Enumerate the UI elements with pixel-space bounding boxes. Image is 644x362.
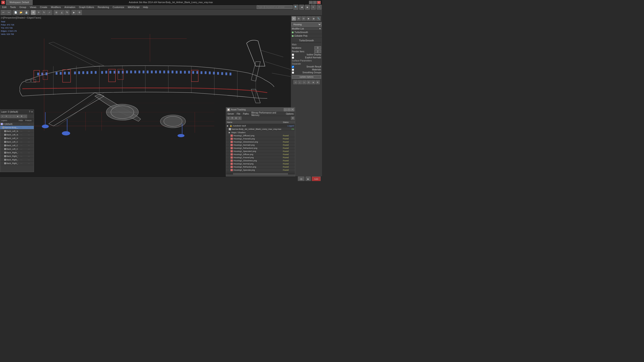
menu-create[interactable]: Create (38, 5, 49, 9)
undo-button[interactable]: ↩ (1, 10, 6, 15)
asset-file-1[interactable]: Housing1_Diffuse2.png Found (226, 134, 295, 137)
ts-update-options-btn[interactable]: Update Options (292, 75, 321, 79)
layer-item-9[interactable]: Back_Right_Wheels2—— (0, 154, 34, 158)
asset-tb-list[interactable]: ☰ (230, 116, 234, 120)
layer-item-8[interactable]: Back_Right_Wheels—— (0, 151, 34, 154)
menu-graph-editors[interactable]: Graph Editors (77, 5, 96, 9)
asset-file-10[interactable]: Housing2_Normal.png Found (226, 162, 295, 165)
minimize-button[interactable]: — (309, 1, 312, 4)
modifier-turbosmooth[interactable]: TurboSmooth (291, 31, 322, 34)
asset-tb-detail[interactable]: ≡ (238, 116, 242, 120)
ts-explicit-checkbox[interactable] (292, 56, 294, 59)
search-opt2[interactable]: ▶ (305, 5, 310, 9)
layers-sel-obj-btn[interactable]: ↑ (12, 115, 16, 118)
layers-settings-btn[interactable]: ⚙ (20, 115, 23, 118)
asset-menu-paths[interactable]: Paths (242, 112, 250, 116)
search-opt3[interactable]: ✕ (311, 5, 316, 9)
layer-item-0[interactable]: 0 (default)—— (0, 122, 34, 126)
panel-hierarchy-icon[interactable]: ⊟ (302, 16, 306, 21)
search-button[interactable]: 🔍 (294, 5, 298, 9)
asset-close-btn[interactable]: ✕ (291, 108, 294, 111)
scale-button[interactable]: ⤢ (47, 10, 52, 15)
modifier-editable-poly[interactable]: Editable Poly (291, 34, 322, 38)
panel-btn-3[interactable]: ▷ (302, 80, 306, 84)
render-setup-button[interactable]: ⚙ (77, 10, 82, 15)
menu-help[interactable]: Help (141, 5, 150, 9)
asset-menu-bitmap[interactable]: Bitmap Performance and Memory (250, 112, 284, 116)
asset-file-7[interactable]: Housing2_Diffuse.png Found (226, 153, 295, 156)
maximize-button[interactable]: □ (313, 1, 317, 4)
layer-item-7[interactable]: Back_Left_Chassis3—— (0, 147, 34, 151)
panel-btn-6[interactable]: ⊞ (316, 80, 320, 84)
panel-btn-1[interactable]: ◁ (294, 80, 298, 84)
render-button[interactable]: ▶ (72, 10, 76, 15)
menu-customize[interactable]: Customize (111, 5, 126, 9)
open-button[interactable]: 📂 (18, 10, 24, 15)
menu-maxscript[interactable]: MAXScript (126, 5, 141, 9)
rotate-button[interactable]: ↻ (42, 10, 46, 15)
layer-item-4[interactable]: Back_Left_Hatch2—— (0, 137, 34, 140)
layers-delete-btn[interactable]: ✕ (4, 115, 8, 118)
percent-snap-button[interactable]: % (64, 10, 70, 15)
asset-hscroll-thumb[interactable] (233, 173, 288, 175)
panel-modify-icon[interactable]: ⊞ (296, 16, 301, 21)
layer-item-5[interactable]: Back_Left_Chassis—— (0, 140, 34, 144)
status-render-btn[interactable]: ▶ (306, 177, 311, 181)
layers-question-btn[interactable]: ? (29, 111, 30, 113)
asset-file-4[interactable]: Housing1_Normal2.png Found (226, 143, 295, 147)
search-help[interactable]: ? (317, 5, 322, 9)
ts-smooth-result-checkbox[interactable] (292, 66, 294, 68)
menu-animation[interactable]: Animation (62, 5, 77, 9)
asset-tb-settings[interactable]: ⚙ (291, 116, 294, 120)
close-button[interactable]: ✕ (317, 1, 321, 4)
asset-minimize-btn[interactable]: — (284, 108, 287, 111)
panel-btn-5[interactable]: ◈ (311, 80, 315, 84)
layers-merge-btn[interactable]: ⋯ (24, 115, 27, 118)
layer-item-10[interactable]: Back_Right_Hatch2—— (0, 158, 34, 162)
asset-hscrollbar[interactable] (226, 173, 295, 175)
panel-btn-4[interactable]: ⊡ (307, 80, 311, 84)
workspace-selector[interactable]: Workspace: Default (6, 0, 33, 5)
ts-render-iters-input[interactable] (314, 50, 321, 53)
asset-maps-group[interactable]: ▶ Maps / Shaders (226, 131, 295, 134)
asset-file-6[interactable]: Housing1_Specular2.png Found (226, 150, 295, 153)
asset-menu-server[interactable]: Server (226, 112, 235, 116)
asset-group-vault[interactable]: ▶ 🔒 Autodesk Vault Logged (226, 124, 295, 128)
asset-menu-file[interactable]: File (235, 112, 242, 116)
ts-materials-checkbox[interactable] (292, 69, 294, 71)
asset-tb-refresh[interactable]: ↻ (226, 116, 230, 120)
redo-button[interactable]: ↪ (6, 10, 11, 15)
layer-item-2[interactable]: Back_Left_Wheels—— (0, 129, 34, 133)
layer-item-6[interactable]: Back_Left_Chassis2—— (0, 144, 34, 147)
layers-add-sel-btn[interactable]: ↓ (8, 115, 12, 118)
save-button[interactable]: 💾 (24, 10, 29, 15)
asset-max-file[interactable]: Narrow-Body_Jet_Airliner_Blank_Livery_ma… (226, 128, 295, 131)
angle-snap-button[interactable]: ∡ (59, 10, 64, 15)
layers-close-btn[interactable]: ✕ (31, 111, 33, 113)
ts-iterations-input[interactable] (314, 46, 321, 49)
panel-btn-2[interactable]: | (298, 80, 302, 84)
menu-views[interactable]: Views (28, 5, 38, 9)
asset-file-3[interactable]: Housing1_Glossiness2.png Found (226, 140, 295, 143)
panel-utilities-icon[interactable]: 🔧 (316, 16, 321, 21)
panel-display-icon[interactable]: ◑ (311, 16, 316, 21)
status-time-btn[interactable]: ◁|▷ (298, 177, 304, 181)
asset-maximize-btn[interactable]: □ (287, 108, 290, 111)
asset-tb-icon[interactable]: ⊞ (234, 116, 238, 120)
layers-new-btn[interactable]: + (1, 115, 4, 118)
panel-create-icon[interactable]: ✦ (292, 16, 296, 21)
asset-file-8[interactable]: Housing2_Fresnel.png Found (226, 156, 295, 159)
ts-smoothing-groups-checkbox[interactable] (292, 71, 294, 74)
modifier-list-dropdown[interactable]: ▼ (319, 27, 321, 30)
asset-file-5[interactable]: Housing1_Refraction2.png Found (226, 147, 295, 150)
snap-button[interactable]: ⊞ (54, 10, 59, 15)
layer-item-1[interactable]: Narrow-Body_Jet_Airliner_Blank_Livery—— (0, 126, 34, 129)
layer-item-11[interactable]: Back_Right_Chassis—— (0, 162, 34, 165)
layers-highlight-btn[interactable]: ◈ (16, 115, 20, 118)
status-anim-btn[interactable]: Auto (312, 177, 321, 181)
asset-menu-options[interactable]: Options (285, 112, 295, 116)
menu-tools[interactable]: Tools (8, 5, 18, 9)
menu-edit[interactable]: Edit (0, 5, 8, 9)
new-button[interactable]: 📄 (13, 10, 18, 15)
asset-file-2[interactable]: Housing1_Fresnel2.png Found (226, 137, 295, 140)
